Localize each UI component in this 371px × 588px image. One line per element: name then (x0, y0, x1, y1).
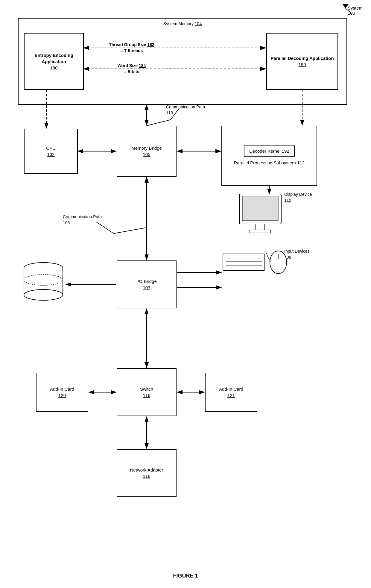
parallel-decoding-box: Parallel Decoding Application 190 (266, 33, 338, 90)
svg-rect-30 (223, 254, 265, 270)
add-in-card-120-box: Add-In Card 120 (36, 373, 88, 412)
diagram: System 100 System Memory 104 Entropy Enc… (0, 0, 371, 588)
network-adapter-box: Network Adapter 118 (117, 449, 177, 497)
comm-path-106-label: Communication Path 106 (63, 214, 102, 226)
thread-group-label: Thread Group Size 182 = T threads (93, 42, 171, 54)
comm-path-113-label: Communication Path 113 (166, 104, 205, 116)
decoder-kernel-inner-box: Decoder Kernel 192 (244, 146, 294, 157)
system-disk-label: System Disk 114 (27, 287, 50, 299)
svg-rect-27 (242, 196, 278, 221)
cpu-box: CPU 102 (24, 129, 78, 174)
system-label: System 100 (348, 5, 363, 16)
parallel-processing-box: Decoder Kernel 192 Parallel Processing S… (221, 126, 317, 186)
display-device-label: Display Device 110 (284, 192, 312, 203)
svg-point-41 (24, 275, 63, 285)
parallel-processing-label: Parallel Processing Subsystem 112 (234, 160, 305, 166)
word-size-label: Word Size 184 = B bits (93, 63, 171, 75)
system-memory-label: System Memory 104 (163, 21, 202, 27)
io-bridge-box: I/O Bridge 107 (117, 260, 177, 308)
entropy-app-box: Entropy Encoding Application 180 (24, 33, 84, 90)
svg-point-36 (24, 263, 63, 273)
add-in-card-121-box: Add-In Card 121 (205, 373, 257, 412)
switch-box: Switch 116 (117, 368, 177, 416)
svg-line-18 (114, 228, 147, 234)
figure-label: FIGURE 1 (173, 573, 198, 579)
svg-rect-26 (239, 194, 281, 224)
svg-rect-28 (256, 224, 265, 230)
svg-rect-29 (250, 230, 271, 233)
input-devices-label: Input Devices 108 (284, 248, 310, 260)
svg-line-14 (147, 120, 171, 126)
memory-bridge-box: Memory Bridge 105 (117, 126, 177, 177)
